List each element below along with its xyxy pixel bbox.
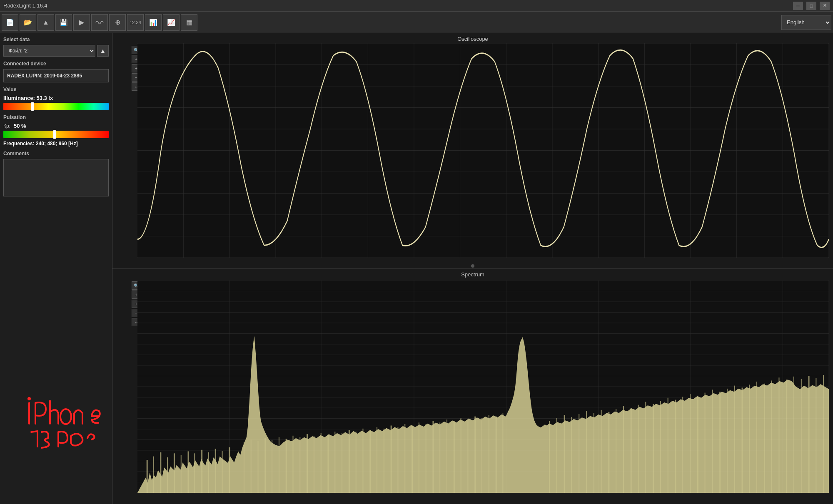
illuminance-thumb	[31, 102, 34, 111]
illuminance-label: Illuminance: 53.3 lx	[3, 95, 109, 101]
svg-rect-189	[690, 394, 691, 493]
pulsation-label: Pulsation	[3, 114, 109, 120]
chart2-button[interactable]: 📈	[163, 14, 180, 31]
svg-rect-136	[272, 440, 272, 493]
close-button[interactable]: ✕	[820, 2, 830, 10]
svg-rect-140	[299, 437, 300, 493]
save-button[interactable]: 💾	[55, 14, 72, 31]
svg-rect-182	[638, 405, 639, 493]
maximize-button[interactable]: □	[806, 2, 816, 10]
new-button[interactable]: 📄	[2, 14, 18, 31]
svg-rect-145	[334, 432, 335, 493]
svg-rect-188	[682, 397, 683, 493]
svg-rect-194	[727, 389, 728, 493]
svg-rect-131	[229, 447, 230, 493]
device-name: RADEX LUPIN: 2019-04-23 2885	[7, 73, 105, 79]
svg-rect-181	[631, 408, 632, 493]
toolbar-buttons: 📄 📂 ▲ 💾 ▶ ⊕ 12.34 📊 📈 ▦	[2, 14, 197, 31]
svg-rect-170	[549, 421, 550, 493]
file-dropdown[interactable]: Файл: '2'	[3, 45, 95, 57]
svg-rect-157	[419, 422, 419, 493]
svg-rect-169	[502, 413, 503, 493]
svg-rect-120	[153, 457, 154, 493]
svg-rect-142	[314, 436, 314, 493]
svg-rect-153	[391, 426, 392, 493]
svg-rect-172	[564, 415, 565, 493]
svg-rect-203	[793, 377, 794, 493]
svg-rect-128	[208, 452, 209, 493]
spectrum-svg: 0 -5 -10 -15 -20 -25 -30 -35 -40 -45 -50…	[137, 281, 829, 493]
open-button[interactable]: 📂	[20, 14, 36, 31]
svg-rect-139	[293, 436, 294, 493]
svg-rect-123	[174, 453, 175, 493]
svg-rect-135	[264, 438, 266, 493]
svg-rect-132	[244, 442, 244, 493]
play-button[interactable]: ▶	[73, 14, 90, 31]
svg-rect-173	[571, 417, 572, 493]
svg-rect-178	[608, 412, 609, 493]
minimize-button[interactable]: ─	[793, 2, 803, 10]
svg-rect-134	[258, 441, 259, 493]
svg-rect-152	[384, 429, 384, 493]
oscilloscope-title: Oscilloscope	[112, 33, 833, 43]
svg-rect-183	[645, 402, 646, 493]
svg-rect-168	[496, 417, 497, 493]
left-panel: Select data Файл: '2' ▲ Connected device…	[0, 33, 112, 504]
svg-rect-187	[675, 400, 676, 493]
svg-rect-206	[816, 378, 816, 493]
number-button[interactable]: 12.34	[127, 14, 144, 31]
svg-rect-143	[321, 433, 322, 493]
comments-textarea[interactable]	[3, 159, 109, 196]
svg-rect-148	[356, 432, 357, 493]
svg-rect-160	[439, 422, 440, 493]
spectrum-container: Spectrum ✓ File: '2' 🔍 + + − ↔	[112, 269, 833, 504]
language-select[interactable]: English	[781, 15, 831, 30]
value-label: Value	[3, 87, 109, 92]
svg-rect-192	[712, 390, 713, 493]
svg-rect-119	[147, 460, 148, 493]
chart1-button[interactable]: 📊	[145, 14, 162, 31]
pulsation-bar	[3, 131, 109, 138]
svg-rect-171	[556, 418, 557, 493]
svg-rect-198	[756, 382, 757, 493]
wave-button[interactable]	[91, 14, 108, 31]
svg-rect-149	[362, 429, 363, 493]
comments-label: Comments	[3, 151, 109, 156]
svg-rect-141	[307, 434, 308, 493]
filter-button[interactable]: ⊕	[109, 14, 126, 31]
main-layout: Select data Файл: '2' ▲ Connected device…	[0, 33, 833, 504]
svg-rect-151	[377, 427, 377, 493]
app-title: RadexLight 1.16.4	[3, 2, 47, 9]
svg-rect-204	[801, 379, 802, 493]
svg-rect-207	[823, 375, 824, 493]
connected-device-box: RADEX LUPIN: 2019-04-23 2885	[3, 69, 109, 82]
svg-rect-122	[167, 457, 168, 493]
svg-rect-130	[222, 451, 223, 493]
right-panel: Oscilloscope ✓ File: '2' 🔍 + + − ↔	[112, 33, 833, 504]
chart3-button[interactable]: ▦	[181, 14, 197, 31]
svg-rect-199	[764, 384, 765, 493]
svg-rect-193	[719, 392, 721, 493]
svg-rect-190	[697, 396, 698, 493]
upload-button[interactable]: ▲	[37, 14, 54, 31]
svg-rect-126	[194, 453, 195, 493]
svg-rect-147	[349, 430, 350, 493]
oscilloscope-container: Oscilloscope ✓ File: '2' 🔍 + + − ↔	[112, 33, 833, 269]
svg-rect-138	[286, 439, 287, 493]
svg-rect-196	[742, 387, 743, 493]
svg-rect-162	[454, 421, 455, 493]
svg-rect-124	[181, 455, 182, 493]
svg-rect-154	[397, 427, 398, 493]
file-action-button[interactable]: ▲	[97, 45, 109, 57]
pulsation-thumb	[53, 130, 56, 139]
svg-rect-176	[594, 413, 594, 493]
language-selector-container: English	[781, 15, 831, 30]
svg-rect-184	[653, 404, 654, 493]
value-section: Illuminance: 53.3 lx	[3, 95, 109, 110]
svg-rect-185	[660, 401, 661, 493]
svg-rect-201	[778, 377, 779, 493]
svg-point-1	[60, 409, 71, 424]
svg-rect-164	[467, 420, 468, 493]
svg-rect-205	[808, 376, 810, 493]
select-data-label: Select data	[3, 37, 109, 42]
